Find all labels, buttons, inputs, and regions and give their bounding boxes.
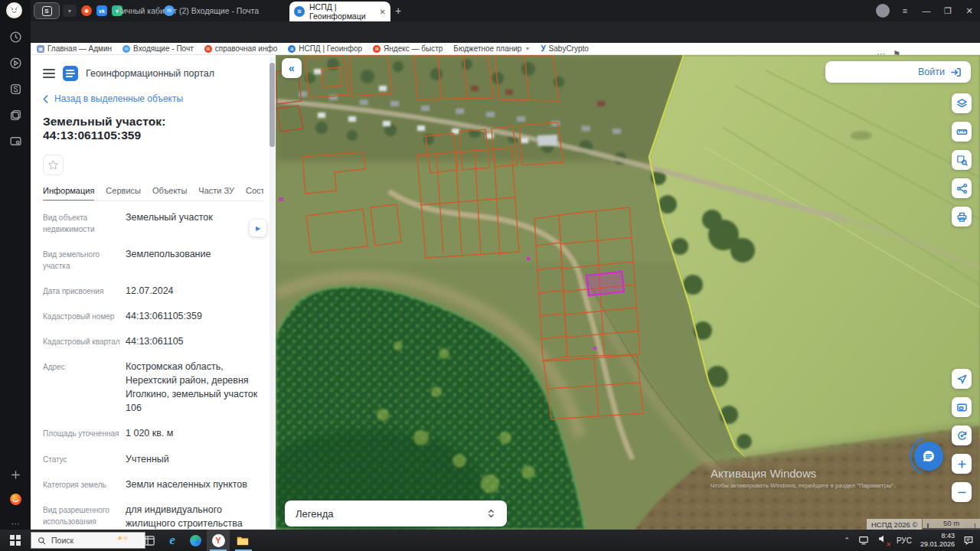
bookmark-label: НСПД | Геоинфор [299, 44, 362, 53]
layers-button[interactable] [952, 93, 972, 113]
bookmark-label: SabyCrypto [549, 44, 589, 53]
favorite-star-button[interactable] [43, 155, 64, 175]
tab-title: (2) Входящие - Почта [179, 6, 259, 15]
internet-explorer-icon[interactable]: e [161, 530, 184, 551]
map-attribution: НСПД 2026 © [867, 519, 922, 530]
browser-tab-strip: S ▾ ◉ vk ♥ Личный кабинет ✉ (2) Входящие… [0, 0, 980, 21]
tab-sostav[interactable]: Соста [246, 186, 263, 195]
zoom-out-button[interactable] [952, 482, 972, 502]
bookmark-favicon: Я [373, 45, 381, 53]
login-label: Войти [918, 67, 945, 77]
action-center-icon[interactable] [963, 535, 974, 546]
pinned-tab-label: S [42, 6, 52, 16]
s-service-icon[interactable] [0, 83, 31, 96]
bookmark-inbox[interactable]: ✉Входящие - Почт [122, 44, 194, 53]
panel-scrollbar-thumb[interactable] [270, 63, 275, 147]
minimap-button[interactable] [952, 397, 972, 417]
support-chat-button[interactable] [914, 442, 943, 471]
login-arrow-icon [950, 67, 962, 78]
field-row: АдресКостромская область, Нерехтский рай… [43, 354, 263, 421]
bookmark-sabycrypto[interactable]: УSabyCrypto [541, 44, 588, 53]
pinned-favicon-red[interactable]: ◉ [81, 5, 92, 16]
window-restore-button[interactable]: ❐ [937, 6, 959, 16]
browser-profile-avatar[interactable] [876, 4, 890, 18]
layers-icon [956, 98, 968, 109]
bookmark-spravochnaya[interactable]: Ясправочная инфо [204, 44, 277, 53]
alice-assistant-icon[interactable] [0, 493, 31, 506]
legend-dropdown[interactable]: Легенда [285, 500, 507, 527]
edge-browser-icon[interactable] [184, 530, 207, 551]
pinned-favicon-vk[interactable]: vk [96, 5, 107, 16]
window-close-button[interactable]: ✕ [959, 6, 980, 16]
browser-menu-icon[interactable]: ≡ [894, 6, 916, 15]
panel-tabs: Информация Сервисы Объекты Части ЗУ Сост… [43, 186, 263, 201]
clock[interactable]: 8:43 29.01.2026 [920, 532, 955, 549]
new-tab-button[interactable]: + [395, 5, 401, 17]
bookmark-glavnaya[interactable]: ▦Главная — Админ [37, 44, 112, 53]
windows-logo-icon [10, 535, 21, 546]
tabs-panel-icon[interactable] [0, 109, 31, 122]
windows-activation-watermark: Активация Windows Чтобы активировать Win… [710, 467, 940, 489]
tab-title: НСПД | Геоинформаци [309, 2, 375, 21]
file-explorer-icon[interactable] [231, 530, 254, 551]
star-icon [47, 159, 59, 171]
menu-burger-icon[interactable] [43, 69, 55, 78]
window-minimize-button[interactable]: — [916, 6, 937, 15]
navigate-arrow-icon [956, 373, 968, 385]
yandex-browser-icon[interactable]: Y [207, 530, 230, 551]
network-display-icon[interactable] [858, 535, 869, 546]
windows-taskbar: Поиск ✦✧ e Y ⌃ ✕ РУС 8:43 29.01.2026 [0, 530, 980, 551]
locate-me-button[interactable] [952, 369, 972, 389]
screen: S ▾ ◉ vk ♥ Личный кабинет ✉ (2) Входящие… [0, 0, 980, 551]
bookmark-favicon: Я [204, 45, 212, 53]
tab-parts[interactable]: Части ЗУ [198, 186, 234, 195]
bookmark-favicon: ✉ [122, 45, 130, 53]
tray-expand-icon[interactable]: ⌃ [844, 536, 850, 544]
tabs-scroll-right-button[interactable]: ▶ [250, 220, 266, 236]
language-indicator[interactable]: РУС [897, 536, 912, 545]
field-list: Вид объекта недвижимостиЗемельный участо… [43, 204, 263, 551]
screen-capture-icon[interactable] [0, 135, 31, 148]
user-avatar[interactable] [6, 2, 22, 18]
date: 29.01.2026 [920, 540, 955, 548]
share-button[interactable] [952, 178, 972, 198]
volume-muted-icon[interactable]: ✕ [877, 533, 888, 547]
task-view-button[interactable] [138, 530, 161, 551]
object-search-button[interactable] [952, 150, 972, 170]
history-icon[interactable] [0, 31, 31, 44]
tab-services[interactable]: Сервисы [106, 186, 141, 195]
search-placeholder: Поиск [51, 536, 74, 545]
sidebar-more-icon[interactable]: ⋯ [0, 519, 31, 529]
bookmark-nspd[interactable]: ≋НСПД | Геоинфор [288, 44, 362, 53]
tab-information[interactable]: Информация [43, 186, 94, 195]
play-sidebar-icon[interactable] [0, 57, 31, 70]
collapse-panel-button[interactable]: « [282, 58, 302, 78]
bookmark-folder-budget[interactable]: Бюджетное планир▼ [453, 44, 530, 53]
tab-close-icon[interactable]: ✕ [380, 8, 386, 16]
minus-icon [956, 487, 968, 498]
start-button[interactable] [0, 535, 31, 546]
ruler-icon [956, 126, 968, 138]
tab-group-chevron-icon[interactable]: ▾ [63, 5, 77, 17]
login-button[interactable]: Войти [825, 61, 971, 83]
browser-side-panel: ⋯ [0, 0, 31, 530]
bookmark-yandex[interactable]: ЯЯндекс — быстр [373, 44, 443, 53]
pinned-tab-s[interactable]: S [34, 2, 60, 19]
zoom-in-button[interactable] [952, 454, 972, 474]
map-canvas[interactable]: « Войти Активация Windows Чтобы [276, 55, 980, 530]
tab-nspd-active[interactable]: ≋ НСПД | Геоинформаци ✕ [289, 2, 390, 21]
plus-icon [956, 458, 968, 470]
reset-rotation-button[interactable] [952, 425, 972, 445]
area-search-icon [956, 155, 968, 166]
rotate-icon [956, 430, 968, 442]
print-button[interactable] [952, 207, 972, 227]
bookmark-favicon: ≋ [288, 45, 296, 53]
tab-inbox-mail[interactable]: ✉ (2) Входящие - Почта [164, 0, 259, 21]
taskbar-search-input[interactable]: Поиск [31, 532, 145, 549]
measure-button[interactable] [952, 122, 972, 142]
tab-divider [157, 5, 158, 16]
tab-objects[interactable]: Объекты [152, 186, 187, 195]
back-to-selected-link[interactable]: Назад в выделенные объекты [43, 93, 263, 104]
add-panel-icon[interactable] [0, 468, 31, 481]
search-highlights-icon[interactable]: ✦✧ [116, 533, 127, 543]
